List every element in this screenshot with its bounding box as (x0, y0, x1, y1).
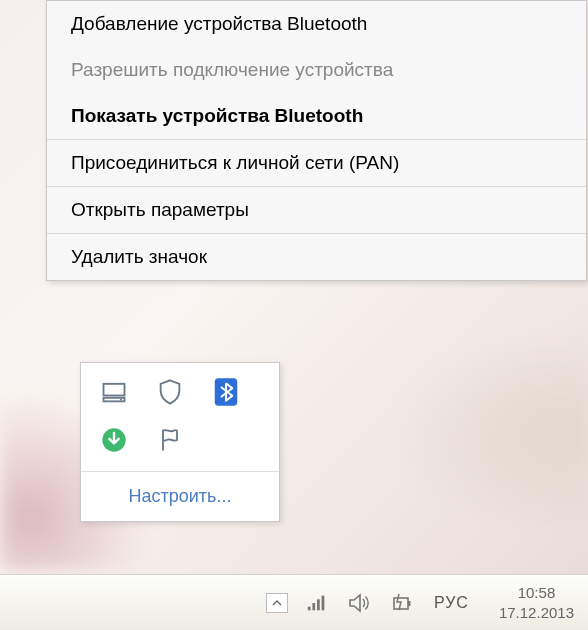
signal-icon[interactable] (304, 590, 330, 616)
svg-rect-10 (408, 601, 411, 606)
svg-point-2 (120, 399, 122, 401)
menu-item-join-pan[interactable]: Присоединиться к личной сети (PAN) (47, 140, 586, 186)
clock-time: 10:58 (499, 583, 574, 603)
clock[interactable]: 10:58 17.12.2013 (499, 583, 574, 622)
flag-icon[interactable] (151, 421, 189, 459)
system-tray: РУС 10:58 17.12.2013 (266, 583, 574, 622)
tray-overflow-popup: Настроить... (80, 362, 280, 522)
menu-item-allow-connection: Разрешить подключение устройства (47, 47, 586, 93)
menu-item-show-devices[interactable]: Показать устройства Bluetooth (47, 93, 586, 139)
clock-date: 17.12.2013 (499, 603, 574, 623)
tray-icons-area (81, 363, 279, 465)
shield-icon[interactable] (151, 373, 189, 411)
download-icon[interactable] (95, 421, 133, 459)
show-hidden-icons-button[interactable] (266, 593, 288, 613)
power-icon[interactable] (388, 590, 414, 616)
bluetooth-icon[interactable] (207, 373, 245, 411)
menu-item-remove-icon[interactable]: Удалить значок (47, 234, 586, 280)
taskbar: РУС 10:58 17.12.2013 (0, 574, 588, 630)
tray-customize-link[interactable]: Настроить... (81, 472, 279, 521)
svg-rect-0 (104, 384, 125, 396)
menu-item-open-settings[interactable]: Открыть параметры (47, 187, 586, 233)
svg-rect-7 (317, 599, 320, 610)
svg-rect-6 (312, 603, 315, 610)
svg-rect-8 (321, 595, 324, 610)
menu-item-add-device[interactable]: Добавление устройства Bluetooth (47, 1, 586, 47)
svg-rect-5 (308, 606, 311, 610)
bluetooth-context-menu: Добавление устройства Bluetooth Разрешит… (46, 0, 587, 281)
wallpaper-decoration (388, 330, 588, 530)
drive-icon[interactable] (95, 373, 133, 411)
volume-icon[interactable] (346, 590, 372, 616)
language-indicator[interactable]: РУС (430, 594, 473, 612)
